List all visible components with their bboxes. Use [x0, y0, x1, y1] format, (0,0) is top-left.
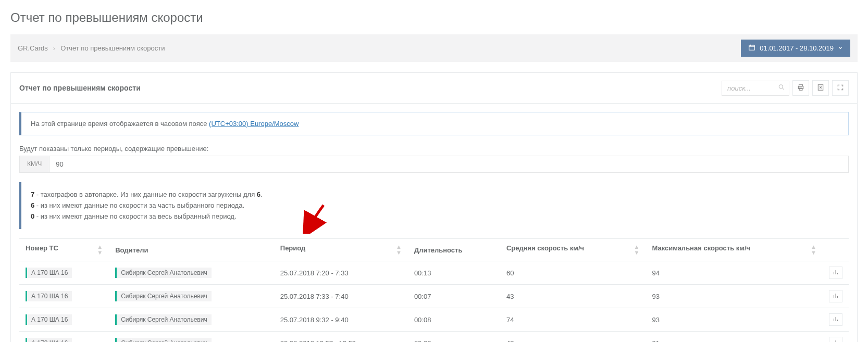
cell-max: 93 [646, 285, 823, 308]
export-excel-button[interactable] [812, 80, 829, 96]
vehicle-tag[interactable]: А 170 ША 16 [26, 314, 72, 325]
timezone-notice-text: На этой странице время отображается в ча… [31, 120, 209, 128]
print-button[interactable] [792, 80, 809, 96]
stats-summary: 7 - тахографов в автопарке. Из них данны… [19, 182, 849, 229]
calendar-icon [748, 44, 755, 53]
breadcrumb-root[interactable]: GR.Cards [18, 44, 48, 52]
filter-label: Будут показаны только периоды, содержащи… [19, 145, 849, 153]
cell-max: 91 [646, 332, 823, 342]
vehicle-tag[interactable]: А 170 ША 16 [26, 268, 72, 278]
sort-icon: ▲▼ [811, 244, 816, 256]
driver-tag[interactable]: Сибиряк Сергей Анатольевич [115, 314, 211, 325]
date-range-picker[interactable]: 01.01.2017 - 28.10.2019 [741, 40, 850, 57]
cell-period: 25.07.2018 7:20 - 7:33 [274, 261, 408, 285]
bar-chart-icon [833, 339, 839, 342]
col-avg-speed[interactable]: Средняя скорость км/ч▲▼ [500, 239, 646, 261]
date-range-text: 01.01.2017 - 28.10.2019 [760, 44, 834, 52]
breadcrumb-current: Отчет по превышениям скорости [60, 44, 165, 52]
cell-duration: 00:07 [408, 285, 500, 308]
col-max-speed[interactable]: Максимальная скорость км/ч▲▼ [646, 239, 823, 261]
report-panel: Отчет по превышениям скорости [10, 72, 858, 342]
col-drivers[interactable]: Водители [109, 239, 274, 261]
excel-icon [817, 84, 824, 93]
sort-icon: ▲▼ [396, 244, 402, 256]
col-vehicle[interactable]: Номер ТС▲▼ [19, 239, 109, 261]
speed-unit-label: КМ/Ч [20, 156, 49, 172]
speed-threshold-input[interactable] [49, 156, 848, 172]
table-row: А 170 ША 16Сибиряк Сергей Анатольевич02.… [19, 332, 849, 342]
table-row: А 170 ША 16Сибиряк Сергей Анатольевич25.… [19, 285, 849, 308]
cell-duration: 00:13 [408, 261, 500, 285]
row-chart-button[interactable] [829, 267, 842, 279]
search-icon [778, 84, 785, 93]
fullscreen-button[interactable] [832, 80, 849, 96]
sort-icon: ▲▼ [97, 244, 103, 256]
cell-avg: 43 [500, 285, 646, 308]
print-icon [797, 84, 804, 93]
cell-avg: 74 [500, 308, 646, 332]
cell-duration: 00:08 [408, 308, 500, 332]
expand-icon [837, 84, 844, 93]
stats-loaded-count: 6 [257, 191, 261, 198]
svg-rect-0 [749, 45, 755, 50]
row-chart-button[interactable] [829, 313, 842, 326]
bar-chart-icon [833, 269, 839, 277]
page-title: Отчет по превышениям скорости [10, 10, 858, 25]
col-duration[interactable]: Длительность [408, 239, 500, 261]
cell-avg: 43 [500, 332, 646, 342]
table-row: А 170 ША 16Сибиряк Сергей Анатольевич25.… [19, 261, 849, 285]
panel-title: Отчет по превышениям скорости [19, 84, 141, 92]
bar-chart-icon [833, 316, 839, 324]
violations-table: Номер ТС▲▼ Водители Период▲▼ Длительност… [19, 238, 849, 342]
cell-duration: 00:02 [408, 332, 500, 342]
timezone-notice: На этой странице время отображается в ча… [19, 112, 849, 135]
bar-chart-icon [833, 293, 839, 300]
speed-threshold-group: КМ/Ч [19, 156, 849, 173]
breadcrumb-bar: GR.Cards › Отчет по превышениям скорости… [10, 34, 858, 62]
timezone-link[interactable]: (UTC+03:00) Europe/Moscow [209, 120, 299, 128]
breadcrumb: GR.Cards › Отчет по превышениям скорости [18, 44, 165, 52]
driver-tag[interactable]: Сибиряк Сергей Анатольевич [115, 291, 211, 301]
vehicle-tag[interactable]: А 170 ША 16 [26, 291, 72, 301]
cell-max: 93 [646, 308, 823, 332]
col-period[interactable]: Период▲▼ [274, 239, 408, 261]
row-chart-button[interactable] [829, 337, 842, 342]
chevron-down-icon [838, 44, 843, 52]
cell-period: 02.08.2018 13:57 - 13:59 [274, 332, 408, 342]
row-chart-button[interactable] [829, 290, 842, 302]
driver-tag[interactable]: Сибиряк Сергей Анатольевич [115, 338, 211, 342]
table-row: А 170 ША 16Сибиряк Сергей Анатольевич25.… [19, 308, 849, 332]
driver-tag[interactable]: Сибиряк Сергей Анатольевич [115, 268, 211, 278]
sort-icon: ▲▼ [634, 244, 640, 256]
breadcrumb-separator: › [53, 44, 55, 52]
cell-period: 25.07.2018 9:32 - 9:40 [274, 308, 408, 332]
cell-avg: 60 [500, 261, 646, 285]
cell-max: 94 [646, 261, 823, 285]
vehicle-tag[interactable]: А 170 ША 16 [26, 338, 72, 342]
cell-period: 25.07.2018 7:33 - 7:40 [274, 285, 408, 308]
svg-point-1 [779, 85, 783, 88]
